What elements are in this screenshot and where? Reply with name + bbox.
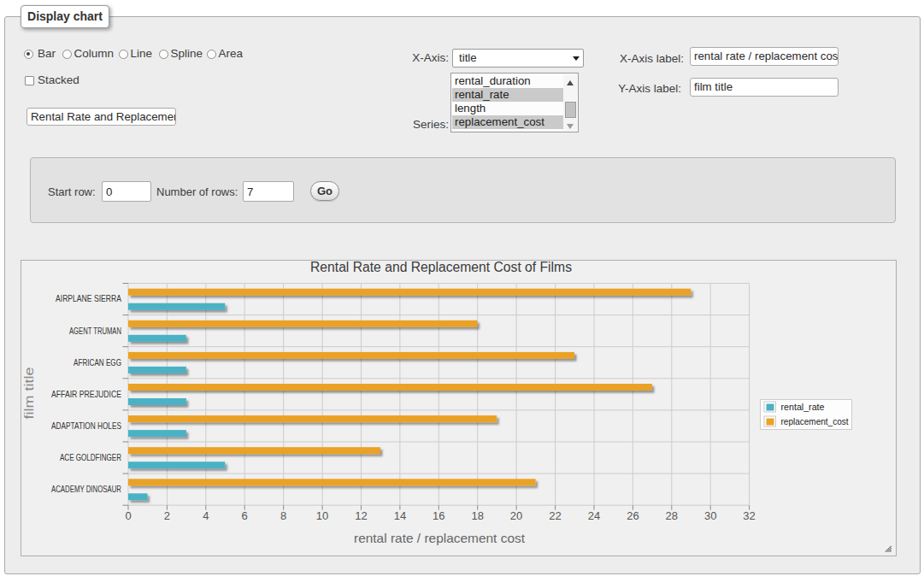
svg-text:ACE GOLDFINGER: ACE GOLDFINGER bbox=[60, 453, 121, 462]
svg-text:film title: film title bbox=[22, 367, 36, 419]
svg-text:ACADEMY DINOSAUR: ACADEMY DINOSAUR bbox=[51, 485, 121, 494]
svg-text:AFRICAN EGG: AFRICAN EGG bbox=[74, 358, 121, 367]
svg-text:AGENT TRUMAN: AGENT TRUMAN bbox=[69, 326, 121, 336]
svg-text:20: 20 bbox=[510, 509, 522, 522]
svg-text:30: 30 bbox=[704, 509, 716, 522]
svg-text:rental rate / replacement cost: rental rate / replacement cost bbox=[354, 532, 525, 545]
svg-text:0: 0 bbox=[125, 509, 131, 522]
svg-text:2: 2 bbox=[164, 509, 170, 522]
svg-text:6: 6 bbox=[242, 509, 248, 522]
svg-text:AIRPLANE SIERRA: AIRPLANE SIERRA bbox=[56, 294, 121, 303]
svg-text:replacement_cost: replacement_cost bbox=[781, 415, 850, 426]
svg-text:24: 24 bbox=[588, 509, 600, 522]
svg-text:28: 28 bbox=[666, 509, 678, 522]
svg-text:32: 32 bbox=[743, 509, 755, 522]
svg-text:8: 8 bbox=[280, 509, 286, 522]
svg-text:4: 4 bbox=[203, 509, 209, 522]
svg-text:AFFAIR PREJUDICE: AFFAIR PREJUDICE bbox=[51, 390, 121, 399]
svg-text:16: 16 bbox=[433, 509, 444, 522]
svg-text:22: 22 bbox=[549, 509, 561, 522]
svg-text:12: 12 bbox=[355, 509, 367, 522]
svg-text:rental_rate: rental_rate bbox=[781, 401, 825, 412]
svg-text:14: 14 bbox=[394, 509, 406, 522]
svg-text:10: 10 bbox=[316, 509, 328, 522]
svg-text:Rental Rate and Replacement Co: Rental Rate and Replacement Cost of Film… bbox=[310, 261, 572, 274]
svg-text:ADAPTATION HOLES: ADAPTATION HOLES bbox=[51, 421, 121, 431]
svg-text:18: 18 bbox=[471, 509, 483, 522]
svg-text:26: 26 bbox=[627, 509, 639, 522]
